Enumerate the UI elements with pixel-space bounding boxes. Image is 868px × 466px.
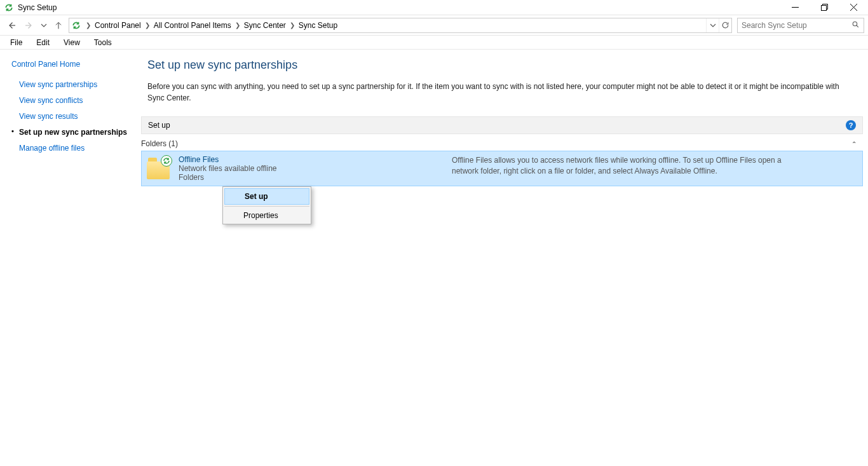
item-name: Offline Files (179, 155, 452, 164)
search-icon[interactable] (851, 20, 860, 31)
chevron-right-icon[interactable]: ❯ (233, 22, 243, 29)
search-input[interactable] (742, 21, 851, 30)
window-title: Sync Setup (18, 3, 57, 12)
toolbar-setup-button[interactable]: Set up (148, 121, 170, 130)
main-content: Set up new sync partnerships Before you … (133, 50, 868, 466)
context-menu-setup[interactable]: Set up (224, 188, 309, 205)
sidebar-item-manage-offline[interactable]: Manage offline files (11, 141, 133, 157)
menu-view[interactable]: View (57, 37, 86, 48)
minimize-button[interactable] (780, 0, 810, 15)
sync-icon (69, 21, 83, 30)
chevron-up-icon[interactable]: ⌃ (851, 140, 860, 147)
page-description: Before you can sync with anything, you n… (147, 81, 846, 104)
item-subtitle: Network files available offline (179, 164, 452, 173)
svg-point-7 (853, 22, 857, 26)
context-menu-properties[interactable]: Properties (223, 207, 311, 224)
chevron-right-icon[interactable]: ❯ (142, 22, 153, 29)
sidebar-item-view-partnerships[interactable]: View sync partnerships (11, 78, 133, 93)
breadcrumb-item[interactable]: All Control Panel Items (153, 18, 233, 32)
chevron-right-icon[interactable]: ❯ (287, 22, 297, 29)
back-button[interactable] (4, 18, 19, 33)
up-button[interactable] (51, 18, 66, 33)
sidebar-item-view-results[interactable]: View sync results (11, 109, 133, 125)
help-icon[interactable]: ? (846, 120, 856, 130)
address-dropdown-icon[interactable] (706, 18, 719, 32)
sidebar-home-link[interactable]: Control Panel Home (11, 60, 133, 78)
menubar: File Edit View Tools (0, 36, 868, 50)
maximize-button[interactable] (810, 0, 839, 15)
close-button[interactable] (839, 0, 868, 15)
item-category: Folders (179, 173, 452, 182)
folder-sync-icon (147, 155, 172, 181)
breadcrumb-item[interactable]: Sync Center (243, 18, 287, 32)
refresh-button[interactable] (719, 18, 731, 32)
separator (224, 206, 309, 207)
menu-file[interactable]: File (4, 37, 29, 48)
page-title: Set up new sync partnerships (147, 58, 863, 72)
forward-button[interactable] (22, 18, 37, 33)
group-header-folders[interactable]: Folders (1) ⌃ (141, 134, 863, 151)
menu-tools[interactable]: Tools (88, 37, 118, 48)
breadcrumb-item[interactable]: Control Panel (93, 18, 142, 32)
item-description: Offline Files allows you to access netwo… (452, 155, 789, 177)
svg-line-8 (857, 25, 858, 27)
search-box[interactable] (737, 18, 864, 33)
group-label: Folders (1) (141, 139, 178, 148)
context-menu: Set up Properties (222, 186, 311, 224)
chevron-right-icon[interactable]: ❯ (83, 22, 93, 29)
sync-icon (4, 3, 14, 13)
recent-dropdown-icon[interactable] (39, 22, 48, 29)
sidebar-item-view-conflicts[interactable]: View sync conflicts (11, 93, 133, 109)
menu-edit[interactable]: Edit (30, 37, 56, 48)
address-bar[interactable]: ❯ Control Panel ❯ All Control Panel Item… (69, 18, 732, 33)
list-item-offline-files[interactable]: Offline Files Network files available of… (141, 151, 863, 186)
content-toolbar: Set up ? (141, 116, 863, 134)
sidebar: Control Panel Home View sync partnership… (0, 50, 133, 466)
titlebar: Sync Setup (0, 0, 868, 15)
breadcrumb-item[interactable]: Sync Setup (297, 18, 339, 32)
svg-rect-1 (821, 6, 826, 11)
navbar: ❯ Control Panel ❯ All Control Panel Item… (0, 15, 868, 36)
sidebar-item-setup-new[interactable]: Set up new sync partnerships (11, 125, 133, 141)
